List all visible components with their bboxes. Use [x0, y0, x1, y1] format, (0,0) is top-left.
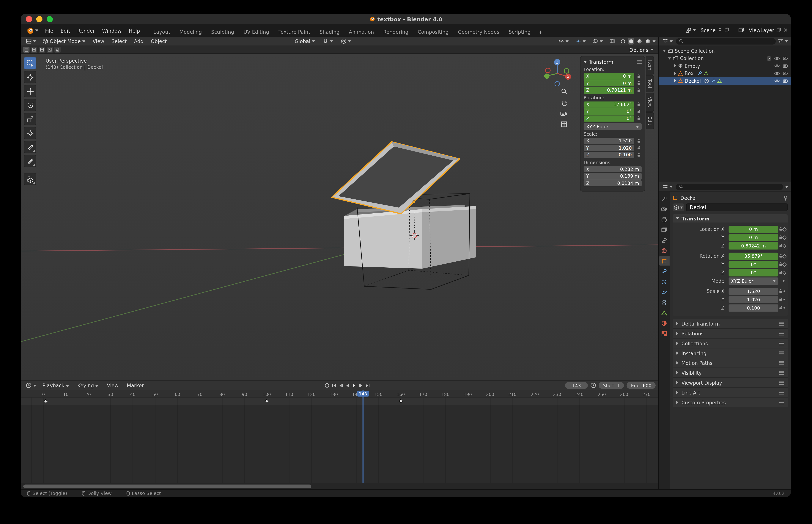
transform-panel-header[interactable]: Transform — [673, 214, 788, 223]
navigation-gizmo[interactable]: Z X — [543, 57, 572, 86]
pin-id-icon[interactable] — [783, 195, 787, 201]
outliner-row-deckel[interactable]: Deckel — [659, 77, 791, 85]
scale-tool[interactable] — [24, 113, 36, 126]
shading-wireframe-button[interactable] — [619, 38, 626, 45]
outliner-row-empty[interactable]: Empty — [659, 62, 791, 69]
timeline-tracks[interactable] — [21, 398, 658, 483]
filter-funnel-icon[interactable] — [778, 38, 783, 44]
properties-search-input[interactable] — [676, 183, 783, 190]
rotation-x-field[interactable]: X17.862° — [584, 101, 634, 108]
snap-toggle[interactable] — [320, 38, 336, 45]
object-name-field[interactable]: Deckel — [686, 203, 787, 211]
location-z-field[interactable]: Z0.70121 m — [584, 87, 634, 94]
location-z-field[interactable]: 0.80242 m — [729, 242, 778, 249]
gizmo-neg-x-ball[interactable] — [546, 68, 550, 73]
properties-section-header[interactable]: Relations — [673, 329, 788, 339]
animate-dot-button[interactable] — [783, 290, 785, 292]
scene-selector[interactable]: Scene — [701, 27, 730, 33]
gizmo-neg-y-ball[interactable] — [564, 69, 569, 73]
rotate-tool[interactable] — [24, 99, 36, 111]
transform-tool[interactable] — [24, 127, 36, 140]
gizmo-y-axis-ball[interactable] — [544, 73, 550, 79]
tool-options-dropdown[interactable]: Options — [629, 47, 655, 52]
rotation-mode-dropdown[interactable]: XYZ Euler — [584, 123, 642, 130]
tab-physics[interactable] — [659, 287, 670, 297]
lock-icon[interactable] — [636, 116, 642, 121]
properties-section-header[interactable]: Collections — [673, 339, 788, 348]
blender-menu-button[interactable] — [24, 27, 41, 35]
overlays-dropdown[interactable] — [590, 38, 605, 45]
tab-scene[interactable] — [659, 235, 670, 245]
use-preview-range-clock-icon[interactable] — [590, 382, 596, 388]
annotate-tool[interactable] — [24, 141, 36, 153]
workspace-tab[interactable]: Sculpting — [207, 28, 239, 37]
timeline-scrollbar-thumb[interactable] — [23, 484, 311, 488]
keyframe-diamond-button[interactable] — [783, 255, 786, 257]
pan-view-hand-icon[interactable] — [561, 99, 567, 106]
render-visibility-camera-icon[interactable] — [783, 79, 789, 83]
location-x-field[interactable]: X0 m — [584, 73, 634, 80]
tab-particles[interactable] — [659, 277, 670, 286]
section-menu-icon[interactable] — [779, 361, 784, 365]
hide-eye-icon[interactable] — [774, 64, 780, 68]
chevron-down-icon[interactable] — [785, 40, 788, 42]
selected-lid-object[interactable] — [331, 142, 459, 214]
render-visibility-camera-icon[interactable] — [783, 71, 789, 76]
workspace-tab[interactable]: Scripting — [504, 28, 535, 37]
shading-material-button[interactable] — [636, 38, 643, 45]
expand-icon[interactable] — [663, 50, 666, 52]
lock-icon[interactable] — [778, 297, 783, 302]
chevron-down-icon[interactable] — [785, 185, 788, 187]
expand-icon[interactable] — [674, 79, 676, 83]
topbar-menu-item[interactable]: Help — [125, 26, 144, 35]
properties-section-header[interactable]: Viewport Display — [673, 378, 788, 388]
zoom-view-icon[interactable] — [561, 88, 567, 95]
scale-y-field[interactable]: 1.020 — [729, 296, 778, 303]
timeline-ruler[interactable]: 0102030405060708090100110120130140150160… — [21, 390, 658, 398]
section-menu-icon[interactable] — [779, 371, 784, 374]
titlebar[interactable]: textbox - Blender 4.0 — [21, 14, 791, 24]
properties-editor-type-button[interactable] — [661, 183, 674, 190]
close-button[interactable] — [26, 16, 32, 22]
collection-checkbox[interactable] — [767, 56, 771, 61]
shading-solid-button[interactable] — [628, 38, 634, 45]
dimensions-x-field[interactable]: X0.282 m — [584, 166, 642, 173]
lock-icon[interactable] — [636, 102, 642, 107]
topbar-menu-item[interactable]: Edit — [57, 26, 74, 35]
select-mode-extend-button[interactable] — [31, 47, 37, 53]
tab-constraints[interactable] — [659, 298, 670, 307]
rotation-z-field[interactable]: Z0° — [584, 115, 634, 122]
outliner-row-scene-collection[interactable]: Scene Collection — [659, 47, 791, 54]
workspace-tab[interactable]: Modeling — [175, 28, 207, 37]
workspace-tab[interactable]: Layout — [149, 28, 175, 37]
location-y-field[interactable]: 0 m — [729, 234, 778, 241]
lock-icon[interactable] — [636, 153, 642, 157]
outliner-row-box[interactable]: Box — [659, 70, 791, 77]
minimize-button[interactable] — [36, 16, 42, 22]
previous-keyframe-button[interactable] — [338, 383, 343, 388]
tab-tool[interactable] — [659, 194, 670, 203]
outliner-row-collection[interactable]: Collection — [659, 54, 791, 62]
start-frame-field[interactable]: Start1 — [599, 382, 624, 389]
workspace-tab[interactable]: Shading — [315, 28, 344, 37]
scale-x-field[interactable]: 1.520 — [729, 288, 778, 295]
scale-y-field[interactable]: Y1.020 — [584, 145, 634, 151]
next-keyframe-button[interactable] — [358, 383, 363, 388]
object-type-icon-button[interactable] — [673, 203, 684, 211]
rotation-y-field[interactable]: 0° — [729, 261, 778, 268]
expand-icon[interactable] — [674, 64, 676, 67]
play-reverse-button[interactable] — [345, 383, 350, 388]
animate-dot-button[interactable] — [782, 280, 785, 282]
breadcrumb-object-name[interactable]: Deckel — [680, 195, 697, 201]
properties-section-header[interactable]: Delta Transform — [673, 319, 788, 329]
location-y-field[interactable]: Y0 m — [584, 80, 634, 86]
keyframe-diamond-button[interactable] — [783, 244, 786, 247]
pin-icon[interactable] — [718, 28, 722, 32]
topbar-menu-item[interactable]: Render — [74, 26, 98, 35]
viewlayer-browse-button[interactable] — [736, 27, 747, 33]
shading-rendered-button[interactable] — [644, 38, 651, 45]
outliner-search-input[interactable] — [676, 38, 776, 44]
tab-world[interactable] — [659, 246, 670, 255]
transform-orientation-selector[interactable]: Global — [292, 38, 318, 45]
animate-dot-button[interactable] — [783, 299, 785, 300]
